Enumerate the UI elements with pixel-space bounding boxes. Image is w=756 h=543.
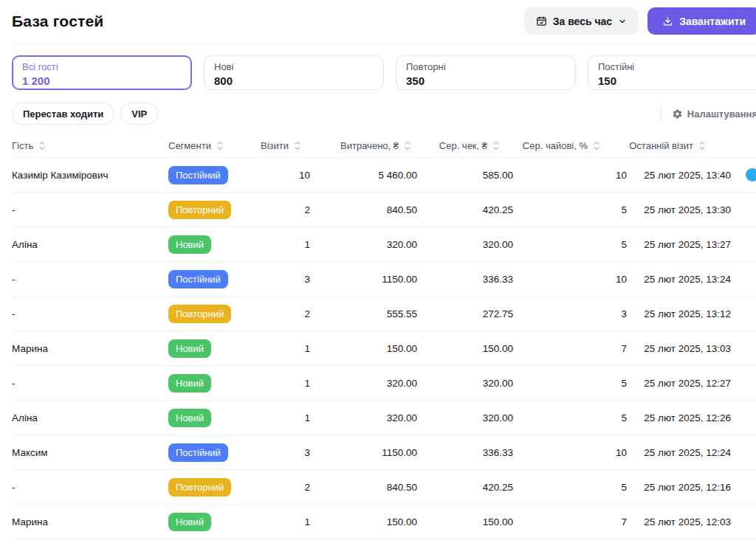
table-row[interactable]: - Повторний 2 840.50 420.25 5 25 лют 202… xyxy=(12,193,756,227)
stat-card[interactable]: Повторні 350 xyxy=(396,55,576,90)
visits-value: 1 xyxy=(266,412,310,423)
download-button[interactable]: Завантажити xyxy=(647,7,756,35)
segment-cell: Постійний xyxy=(168,270,266,288)
segment-cell: Новий xyxy=(168,513,266,531)
avg-check-value: 150.00 xyxy=(417,343,513,354)
spent-value: 840.50 xyxy=(310,482,417,493)
column-header[interactable]: Сер. чек, ₴ xyxy=(417,140,513,151)
segment-badge: Новий xyxy=(168,339,211,358)
settings-label: Налаштування xyxy=(687,108,756,120)
avg-check-value: 585.00 xyxy=(417,170,513,181)
guest-name: Марина xyxy=(12,343,168,354)
visits-value: 10 xyxy=(266,170,310,181)
table-settings-button[interactable]: Налаштування xyxy=(672,108,756,120)
segment-badge: Постійний xyxy=(168,270,228,288)
avg-check-value: 320.00 xyxy=(417,412,513,423)
spent-value: 150.00 xyxy=(310,516,417,528)
segment-cell: Новий xyxy=(168,339,266,358)
spent-value: 320.00 xyxy=(310,412,417,423)
avg-tips-value: 5 xyxy=(513,204,627,215)
guest-name: Аліна xyxy=(12,239,168,250)
avg-check-value: 420.25 xyxy=(417,482,513,493)
column-header-label: Сер. чайові, % xyxy=(523,140,588,151)
column-header-label: Сегменти xyxy=(168,140,211,151)
segment-cell: Повторний xyxy=(168,478,266,497)
column-header[interactable]: Візити xyxy=(266,140,310,151)
table-row[interactable]: Марина Новий 1 150.00 150.00 7 25 лют 20… xyxy=(12,331,756,366)
table-header: Гість Сегменти Візити Витрачено, ₴ Сер. … xyxy=(12,134,756,158)
table-row[interactable]: Аліна Новий 1 320.00 320.00 5 25 лют 202… xyxy=(12,227,756,262)
messenger-dot-icon xyxy=(746,168,756,181)
download-icon xyxy=(662,15,673,27)
visits-value: 3 xyxy=(266,447,310,458)
avg-tips-value: 5 xyxy=(513,378,627,389)
segment-cell: Повторний xyxy=(168,305,266,323)
table-row[interactable]: Марина Новий 1 150.00 150.00 7 25 лют 20… xyxy=(12,505,756,539)
stat-card[interactable]: Нові 800 xyxy=(204,55,384,90)
guest-name: - xyxy=(12,482,168,493)
guest-name: Максим xyxy=(12,447,168,458)
avg-check-value: 320.00 xyxy=(417,239,513,250)
filter-chip[interactable]: VIP xyxy=(120,103,158,125)
avg-check-value: 420.25 xyxy=(417,204,513,215)
guest-name: - xyxy=(12,274,168,285)
header-actions: За весь час Завантажити xyxy=(524,7,756,35)
chevron-down-icon xyxy=(618,17,627,26)
date-range-button[interactable]: За весь час xyxy=(524,7,639,35)
spent-value: 320.00 xyxy=(310,239,417,250)
column-header-label: Гість xyxy=(12,140,33,151)
column-header[interactable]: Сер. чайові, % xyxy=(513,140,627,151)
column-header[interactable]: Сегменти xyxy=(168,140,266,151)
segment-badge: Повторний xyxy=(168,201,231,219)
filter-chip[interactable]: Перестав ходити xyxy=(12,103,114,125)
table-row[interactable]: - Повторний 2 555.55 272.75 3 25 лют 202… xyxy=(12,297,756,331)
avg-tips-value: 7 xyxy=(513,516,627,528)
guests-table: Гість Сегменти Візити Витрачено, ₴ Сер. … xyxy=(12,134,756,543)
stat-card[interactable]: Всі гості 1 200 xyxy=(12,55,192,90)
segment-badge: Повторний xyxy=(168,478,231,497)
table-row[interactable]: Казимір Казимірович Постійний 10 5 460.0… xyxy=(12,158,756,193)
spent-value: 1150.00 xyxy=(310,274,417,285)
table-row[interactable]: - Новий 1 320.00 320.00 5 25 лют 2025, 1… xyxy=(12,366,756,401)
spent-value: 840.50 xyxy=(310,204,417,215)
avg-check-value: 320.00 xyxy=(417,378,513,389)
table-row[interactable]: Максим Постійний 3 1150.00 336.33 10 25 … xyxy=(12,435,756,470)
avg-tips-value: 5 xyxy=(513,239,627,250)
visits-value: 2 xyxy=(266,204,310,215)
vertical-divider xyxy=(661,106,662,122)
table-row[interactable]: - Повторний 2 840.50 420.25 5 25 лют 202… xyxy=(12,470,756,505)
sort-icon xyxy=(38,141,46,151)
visits-value: 1 xyxy=(266,239,310,250)
avg-check-value: 272.75 xyxy=(417,308,513,319)
avg-tips-value: 10 xyxy=(513,170,627,181)
visits-value: 2 xyxy=(266,308,310,319)
column-header[interactable]: Витрачено, ₴ xyxy=(310,140,417,151)
table-row[interactable]: - Постійний 3 1150.00 336.33 10 25 лют 2… xyxy=(12,262,756,297)
visits-value: 2 xyxy=(266,482,310,493)
sort-icon xyxy=(294,141,301,151)
avg-tips-value: 7 xyxy=(513,343,627,354)
column-header[interactable]: Гість xyxy=(12,140,168,151)
date-range-label: За весь час xyxy=(553,15,612,27)
avg-tips-value: 5 xyxy=(513,482,627,493)
filter-toolbar: Перестав ходити VIP Налаштування xyxy=(12,103,756,125)
last-visit-value: 25 лют 2025, 12:16 xyxy=(627,482,756,493)
guest-name: - xyxy=(12,204,168,215)
stat-card-label: Нові xyxy=(214,61,374,73)
last-visit-value: 25 лют 2025, 13:24 xyxy=(627,274,756,285)
avg-tips-value: 10 xyxy=(513,274,627,285)
column-header[interactable]: Останній візит xyxy=(627,140,756,151)
last-visit-value: 25 лют 2025, 13:03 xyxy=(627,343,756,354)
spent-value: 1150.00 xyxy=(310,447,417,458)
table-row[interactable]: Аліна Новий 1 320.00 320.00 5 25 лют 202… xyxy=(12,401,756,435)
last-visit-value: 25 лют 2025, 13:12 xyxy=(627,308,756,319)
stat-card[interactable]: Постійні 150 xyxy=(588,55,756,90)
stat-cards: Всі гості 1 200 Нові 800 Повторні 350 По… xyxy=(12,55,756,90)
last-visit-value: 25 лют 2025, 12:03 xyxy=(627,516,756,528)
guest-name: - xyxy=(12,378,168,389)
avg-tips-value: 10 xyxy=(513,447,627,458)
sort-icon xyxy=(404,141,411,151)
stat-card-value: 150 xyxy=(598,74,756,88)
download-label: Завантажити xyxy=(679,15,746,27)
segment-cell: Повторний xyxy=(168,201,266,219)
